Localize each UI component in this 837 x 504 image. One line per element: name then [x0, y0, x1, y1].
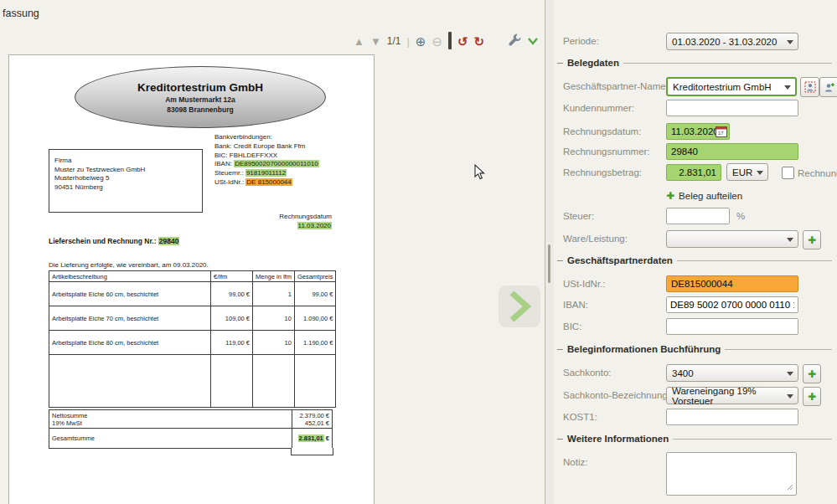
- rechnungsdatum-label: Rechnungsdatum:: [563, 126, 641, 136]
- chevron-down-icon: [787, 40, 793, 44]
- zoom-in-icon[interactable]: ⊕: [416, 35, 426, 48]
- ware-leistung-select[interactable]: [666, 230, 798, 248]
- partner-edit-icon-button[interactable]: [800, 77, 819, 97]
- ware-leistung-label: Ware/Leistung:: [563, 234, 628, 244]
- fit-page-glyph: [448, 32, 452, 49]
- section-weitere-informationen: Weitere Informationen: [557, 434, 832, 444]
- table-row: Arbeitsplatte Eiche 60 cm, beschichtet 9…: [49, 282, 336, 306]
- page-prev-icon[interactable]: ▲: [354, 36, 364, 47]
- steuernr-highlight: 91819011112: [245, 169, 287, 177]
- ustid-field[interactable]: DE815000044: [666, 275, 798, 292]
- totals-subtotal-row: Nettosumme 19% MwSt 2.379,00 € 452,01 €: [49, 410, 333, 429]
- settings-wrench-icon[interactable]: [508, 33, 521, 49]
- invoice-totals-table: Nettosumme 19% MwSt 2.379,00 € 452,01 € …: [49, 409, 333, 449]
- plus-icon: ✚: [808, 368, 816, 380]
- currency-select[interactable]: EUR: [726, 163, 768, 181]
- app-window: fassung ▲ ▼ 1/1 | ⊕ ⊖ ↺ ↻ Kreditortestri…: [0, 0, 837, 504]
- invoice-subject-line: Lieferschein und Rechnung Nr.: 29840: [49, 237, 179, 245]
- details-panel: Periode: 01.03.2020 - 31.03.2020 Belegda…: [554, 0, 837, 504]
- iban-input[interactable]: [666, 296, 798, 313]
- vendor-logo-name: Kreditortestrium GmbH: [137, 81, 263, 94]
- kost1-label: KOST1:: [563, 412, 597, 422]
- section-belegdaten: Belegdaten: [557, 58, 832, 68]
- partner-label: Geschäftspartner-Name:: [563, 81, 669, 91]
- next-document-button[interactable]: [499, 285, 540, 327]
- periode-select[interactable]: 01.03.2020 - 31.03.2020: [666, 33, 798, 50]
- sachkonto-bez-add-button[interactable]: ✚: [803, 387, 821, 406]
- partner-add-icon-button[interactable]: [819, 77, 837, 97]
- invoice-items-table: Artikelbeschreibung €/lfm Menge in lfm G…: [49, 270, 336, 408]
- bic-input[interactable]: [666, 318, 798, 335]
- notiz-textarea[interactable]: [666, 452, 797, 496]
- rechnungsbetrag-field[interactable]: 2.831,01: [666, 164, 721, 181]
- periode-label: Periode:: [563, 36, 599, 46]
- fit-page-icon[interactable]: [448, 33, 452, 49]
- bank-bic-line: BIC: FBHLDEFFXXX: [214, 152, 319, 161]
- sachkonto-bez-label: Sachkonto-Bezeichnung:: [563, 390, 670, 400]
- table-header-row: Artikelbeschreibung €/lfm Menge in lfm G…: [49, 271, 336, 282]
- chevron-down-icon: [787, 238, 793, 242]
- iban-label: IBAN:: [563, 300, 588, 310]
- zoom-out-icon[interactable]: ⊖: [431, 35, 442, 48]
- chevron-down-icon: [787, 372, 793, 376]
- netto-value: 2.379,00 €: [295, 412, 329, 419]
- calendar-icon[interactable]: 17: [716, 126, 727, 137]
- rechnungsnummer-field[interactable]: 29840: [666, 143, 798, 160]
- total-amount-highlight: 2.831,01: [298, 435, 324, 442]
- chevron-down-icon: [757, 171, 763, 175]
- rotate-left-icon[interactable]: ↺: [457, 35, 468, 48]
- percent-sign: %: [736, 211, 745, 221]
- page-indicator: 1/1: [387, 35, 401, 47]
- partner-select[interactable]: Kreditortestrium GmbH: [666, 77, 797, 96]
- kost1-input[interactable]: [666, 409, 798, 425]
- vat-value: 452,01 €: [295, 419, 329, 427]
- rechnungsnummer-label: Rechnungsnummer:: [563, 147, 650, 157]
- col-header: Gesamtpreis: [294, 271, 336, 282]
- svg-text:17: 17: [718, 131, 724, 136]
- bank-steuernr-line: Steuernr.: 91819011112: [214, 169, 319, 178]
- plus-icon: ✚: [808, 391, 816, 403]
- iban-highlight: DE89500207000000011010: [234, 160, 319, 167]
- bank-iban-line: IBAN: DE89500207000000011010: [214, 160, 319, 169]
- col-header: Menge in lfm: [253, 271, 295, 282]
- resize-grip-icon[interactable]: [787, 484, 793, 491]
- recipient-line: 90451 Nürnberg: [54, 183, 202, 193]
- ustid-highlight: DE 815000044: [245, 178, 292, 186]
- bank-name-line: Bank: Credit Europe Bank Ffm: [214, 142, 319, 152]
- page-next-icon[interactable]: ▼: [370, 36, 381, 47]
- recipient-line: Firma: [54, 157, 202, 166]
- invoice-document-page: Kreditortestrium GmbH Am Mustermarkt 12a…: [8, 54, 375, 504]
- pdf-toolbar: ▲ ▼ 1/1 | ⊕ ⊖ ↺ ↻: [354, 32, 545, 50]
- sachkonto-select[interactable]: 3400: [666, 364, 798, 382]
- kundennummer-input[interactable]: [666, 100, 798, 116]
- ustid-label: USt-IdNr.:: [563, 279, 605, 289]
- chevron-down-icon: [787, 394, 793, 399]
- vendor-logo-street: Am Mustermarkt 12a: [165, 95, 235, 104]
- toolbar-chevron-down-icon[interactable]: [527, 33, 539, 49]
- col-header: €/lfm: [211, 271, 253, 282]
- contact-add-icon: [824, 81, 835, 93]
- rechnungsdatum-field[interactable]: 11.03.2020 17: [666, 123, 730, 140]
- bank-details-block: Bankverbindungen: Bank: Credit Europe Ba…: [214, 133, 319, 188]
- beleg-aufteilen-button[interactable]: ✚ Beleg aufteilen: [666, 190, 742, 202]
- steuer-input[interactable]: [666, 208, 730, 224]
- ware-leistung-add-button[interactable]: ✚: [803, 230, 821, 249]
- vendor-logo: Kreditortestrium GmbH Am Mustermarkt 12a…: [75, 66, 326, 128]
- contact-edit-icon: [804, 81, 816, 93]
- toolbar-separator: |: [406, 35, 409, 48]
- col-header: Artikelbeschreibung: [49, 271, 211, 282]
- table-row: Arbeitsplatte Eiche 80 cm, beschichtet 1…: [49, 331, 336, 355]
- totals-grand-row: Gesamtsumme 2.831,01 €: [49, 429, 333, 449]
- rechnungskorrektur-checkbox[interactable]: [782, 167, 794, 179]
- sachkonto-add-button[interactable]: ✚: [803, 364, 821, 383]
- rechnungskorrektur-checkbox-label: Rechnungsk: [798, 168, 837, 178]
- vendor-logo-city: 83098 Brannenburg: [167, 105, 233, 114]
- rotate-right-icon[interactable]: ↻: [474, 35, 485, 48]
- mouse-cursor: [474, 164, 486, 181]
- rechnungsbetrag-label: Rechnungsbetrag:: [563, 167, 642, 177]
- recipient-line: Musterhobelweg 5: [54, 174, 202, 183]
- splitter-handle-icon: [548, 244, 550, 283]
- total-label: Gesamtsumme: [49, 429, 292, 449]
- plus-icon: ✚: [808, 234, 816, 246]
- sachkonto-bez-select[interactable]: Wareneingang 19% Vorsteuer: [666, 387, 798, 404]
